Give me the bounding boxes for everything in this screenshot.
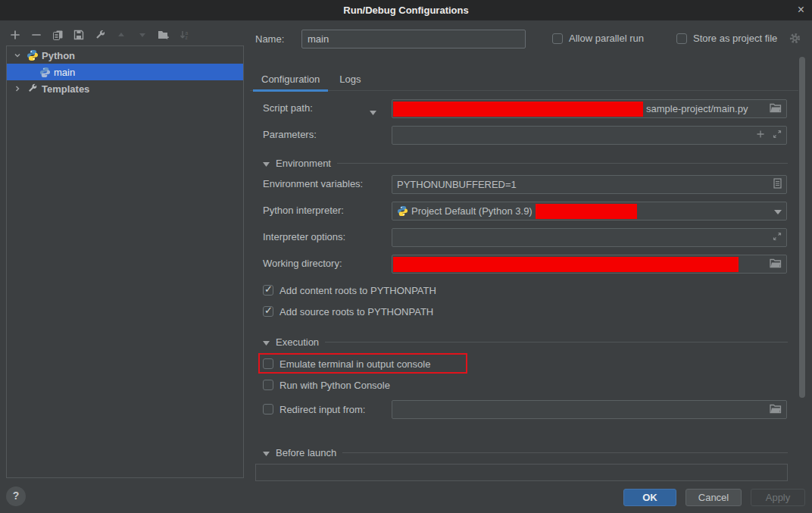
section-collapse-icon[interactable]	[263, 447, 270, 458]
tab-configuration[interactable]: Configuration	[253, 68, 328, 90]
checkbox-icon[interactable]	[676, 33, 687, 44]
expand-field-icon[interactable]	[773, 130, 782, 141]
add-icon[interactable]	[9, 29, 21, 41]
chevron-down-icon[interactable]	[11, 52, 23, 59]
run-with-python-console-label: Run with Python Console	[280, 380, 390, 391]
section-collapse-icon[interactable]	[263, 336, 270, 348]
browse-variables-icon[interactable]	[773, 178, 782, 191]
dialog-titlebar: Run/Debug Configurations ×	[0, 0, 812, 20]
folder-browse-icon[interactable]	[770, 404, 782, 416]
store-as-project-file-label: Store as project file	[693, 33, 777, 44]
environment-section-title: Environment	[276, 158, 331, 169]
tree-item-label: Templates	[42, 83, 89, 95]
new-folder-icon[interactable]	[158, 29, 170, 41]
python-interpreter-combobox[interactable]: Project Default (Python 3.9)	[392, 202, 787, 221]
python-interpreter-label: Python interpreter:	[263, 202, 344, 220]
configurations-toolbar: az	[9, 28, 191, 42]
python-interpreter-value: Project Default (Python 3.9)	[411, 205, 532, 217]
redaction-block	[393, 102, 643, 117]
environment-variables-value: PYTHONUNBUFFERED=1	[397, 179, 517, 190]
save-icon[interactable]	[73, 29, 85, 41]
environment-variables-field[interactable]: PYTHONUNBUFFERED=1	[392, 175, 787, 194]
script-path-field[interactable]: sample-project/main.py	[392, 99, 787, 118]
python-logo-icon	[397, 205, 408, 217]
apply-button[interactable]: Apply	[751, 489, 805, 506]
script-path-value: sample-project/main.py	[646, 103, 748, 114]
execution-section-header[interactable]: Execution	[263, 336, 788, 348]
allow-parallel-run-checkbox[interactable]: Allow parallel run	[552, 33, 644, 44]
parameters-label: Parameters:	[263, 126, 317, 144]
add-content-roots-checkbox[interactable]: Add content roots to PYTHONPATH	[263, 283, 436, 297]
help-button[interactable]: ?	[6, 486, 26, 506]
add-source-roots-label: Add source roots to PYTHONPATH	[280, 306, 433, 317]
remove-icon[interactable]	[30, 29, 42, 41]
working-directory-label: Working directory:	[263, 255, 342, 273]
sort-alphabetically-icon[interactable]: az	[179, 29, 191, 41]
folder-browse-icon[interactable]	[770, 258, 782, 271]
configurations-tree: Python main Templates	[6, 45, 244, 478]
checkbox-icon[interactable]	[263, 358, 273, 369]
section-divider	[337, 163, 788, 164]
python-logo-icon	[39, 66, 51, 78]
section-divider	[342, 452, 788, 453]
tree-item-label: Python	[42, 50, 75, 61]
edit-templates-icon[interactable]	[94, 29, 106, 41]
tree-item-python[interactable]: Python	[7, 47, 243, 64]
svg-text:z: z	[186, 35, 188, 40]
name-input[interactable]	[301, 30, 526, 48]
execution-section-title: Execution	[276, 336, 319, 348]
cancel-button[interactable]: Cancel	[686, 489, 742, 506]
tab-logs[interactable]: Logs	[331, 68, 369, 90]
environment-section-header[interactable]: Environment	[263, 157, 788, 169]
copy-icon[interactable]	[52, 29, 64, 41]
run-with-python-console-checkbox[interactable]: Run with Python Console	[263, 378, 390, 392]
interpreter-options-field[interactable]	[392, 228, 787, 247]
redirect-input-field[interactable]	[392, 400, 787, 419]
gear-icon[interactable]	[789, 33, 801, 46]
python-logo-icon	[27, 49, 39, 61]
chevron-right-icon[interactable]	[11, 85, 23, 92]
tab-bar: Configuration Logs	[250, 68, 798, 91]
expand-field-icon[interactable]	[773, 232, 782, 243]
working-directory-field[interactable]	[392, 255, 787, 274]
checkbox-checked-icon[interactable]	[263, 306, 273, 317]
before-launch-task-list[interactable]	[255, 464, 788, 481]
redirect-input-label: Redirect input from:	[280, 404, 365, 415]
add-source-roots-checkbox[interactable]: Add source roots to PYTHONPATH	[263, 305, 433, 318]
ok-button[interactable]: OK	[623, 489, 676, 506]
store-as-project-file-checkbox[interactable]: Store as project file	[676, 33, 777, 44]
script-path-dropdown-icon[interactable]	[370, 106, 376, 117]
checkbox-checked-icon[interactable]	[263, 285, 273, 296]
redirect-input-checkbox[interactable]: Redirect input from:	[263, 402, 365, 416]
add-macro-icon[interactable]	[756, 130, 765, 141]
dialog-title: Run/Debug Configurations	[343, 5, 468, 16]
tree-item-label: main	[54, 67, 75, 78]
before-launch-section-title: Before launch	[276, 447, 336, 458]
vertical-scrollbar-thumb[interactable]	[799, 57, 805, 398]
checkbox-icon[interactable]	[263, 380, 273, 390]
checkbox-icon[interactable]	[552, 33, 563, 44]
emulate-terminal-label: Emulate terminal in output console	[280, 358, 430, 370]
emulate-terminal-checkbox[interactable]: Emulate terminal in output console	[263, 357, 430, 371]
section-collapse-icon[interactable]	[263, 158, 270, 169]
before-launch-section-header[interactable]: Before launch	[263, 446, 788, 458]
parameters-field[interactable]	[392, 126, 787, 145]
script-path-label: Script path:	[263, 99, 313, 117]
redaction-block	[393, 257, 739, 272]
interpreter-options-label: Interpreter options:	[263, 228, 345, 246]
name-label: Name:	[255, 33, 284, 45]
move-up-icon[interactable]	[115, 29, 127, 41]
add-content-roots-label: Add content roots to PYTHONPATH	[280, 285, 436, 296]
checkbox-icon[interactable]	[263, 404, 273, 414]
tree-item-main[interactable]: main	[7, 64, 243, 80]
close-icon[interactable]: ×	[798, 2, 804, 17]
move-down-icon[interactable]	[136, 29, 148, 41]
folder-browse-icon[interactable]	[770, 103, 782, 115]
allow-parallel-run-label: Allow parallel run	[569, 33, 644, 44]
environment-variables-label: Environment variables:	[263, 175, 363, 193]
section-divider	[325, 342, 788, 343]
configuration-editor: Name: Allow parallel run Store as projec…	[250, 20, 806, 483]
redaction-block	[536, 204, 637, 219]
tree-item-templates[interactable]: Templates	[7, 80, 243, 97]
combobox-arrow-icon[interactable]	[774, 205, 782, 217]
